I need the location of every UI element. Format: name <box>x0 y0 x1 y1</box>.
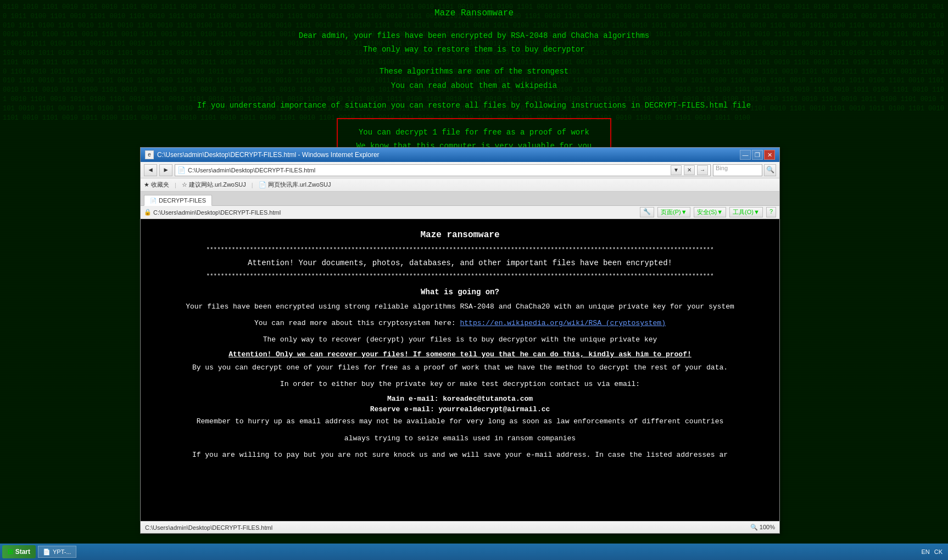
ransom-line2: The only way to restore them is to buy d… <box>11 43 937 57</box>
taskbar-time: CK <box>934 548 943 555</box>
ie-titlebar-left: e C:\Users\admin\Desktop\DECRYPT-FILES.h… <box>145 150 380 159</box>
ie-hurry-text1: Remember to hurry up as email address ma… <box>163 416 757 428</box>
taskbar-right: EN CK <box>921 548 946 555</box>
ie-reserve-email: Reserve e-mail: yourrealdecrypt@airmail.… <box>163 405 757 413</box>
ie-read-more-text: You can read more about this cryptosyste… <box>163 317 757 329</box>
ie-secondary-toolbar-right: 🔧 页面(P)▼ 安全(S)▼ 工具(O)▼ ? <box>640 207 776 217</box>
ransom-title: Maze Ransomware <box>11 8 937 18</box>
ie-page-label: 页面(P) <box>661 209 681 215</box>
ie-tools-dropdown[interactable]: 工具(O)▼ <box>729 207 763 217</box>
ie-content-area[interactable]: Maze ransomware ************************… <box>141 219 779 521</box>
ransom-warning: If you understand importance of situatio… <box>11 101 937 110</box>
ie-wikipedia-link[interactable]: https://en.wikipedia.org/wiki/RSA_(crypt… <box>460 319 666 327</box>
proof-line1: You can decrypt 1 file for free as a pro… <box>354 126 594 139</box>
ie-separator-bottom: ****************************************… <box>163 273 757 279</box>
ie-favorites-label: 收藏夹 <box>151 181 169 189</box>
ie-search-button[interactable]: 🔍 <box>764 164 776 176</box>
ie-status-zoom: 🔍 100% <box>750 524 775 531</box>
ie-read-more-label: You can read more about this cryptosyste… <box>254 319 456 327</box>
ie-address-dropdown-button[interactable]: ▼ <box>671 165 682 175</box>
ie-close-button[interactable]: ✕ <box>764 150 775 160</box>
ie-attention-only-text: Attention! Only we can recover your file… <box>163 350 757 359</box>
start-button[interactable]: ⊞ Start <box>2 545 36 558</box>
ie-page-dropdown[interactable]: 页面(P)▼ <box>657 207 690 217</box>
ie-tools-label: 工具(O) <box>733 209 754 215</box>
ie-safety-dropdown[interactable]: 安全(S)▼ <box>694 207 727 217</box>
ie-forward-button[interactable]: ▶ <box>159 164 172 176</box>
ie-search-placeholder: Bing <box>716 165 728 171</box>
ie-favorites-icon: ★ <box>144 181 149 188</box>
ie-secondary-toolbar: 🔒 C:\Users\admin\Desktop\DECRYPT-FILES.h… <box>141 206 779 219</box>
ie-titlebar: e C:\Users\admin\Desktop\DECRYPT-FILES.h… <box>141 148 779 162</box>
ie-window-title: C:\Users\admin\Desktop\DECRYPT-FILES.htm… <box>157 151 380 159</box>
ie-main-email: Main e-mail: koreadec@tutanota.com <box>163 395 757 403</box>
ie-separator-top: ****************************************… <box>163 247 757 253</box>
ie-address-go-button[interactable]: → <box>697 165 708 175</box>
ie-fav-suggest-label: 建议网站.url.ZwoSUJ <box>189 181 246 189</box>
ie-help-label: ? <box>769 208 773 215</box>
ie-fav-quicklinks-label: 网页快讯库.url.ZwoSUJ <box>268 181 331 189</box>
ie-ransom-title: Maze ransomware <box>163 230 757 240</box>
ie-help-button[interactable]: ? <box>766 207 776 217</box>
ie-fav-separator1: | <box>175 182 176 188</box>
ransom-line1: Dear admin, your files have been encrypt… <box>11 29 937 43</box>
ransom-line3: These algorithms are one of the stronges… <box>11 65 937 79</box>
ie-fav-separator2: | <box>252 182 253 188</box>
ie-favicon-icon: e <box>145 150 154 159</box>
ie-contact-intro-text: In order to either buy the private key o… <box>163 378 757 390</box>
ie-what-section: What is going on? <box>163 288 757 296</box>
ie-tools-icon-button[interactable]: 🔧 <box>640 207 654 217</box>
ie-search-input[interactable]: Bing <box>713 164 762 176</box>
taskbar: ⊞ Start 📄 YPT-... EN CK <box>0 544 948 560</box>
start-label: Start <box>15 548 30 556</box>
ie-free-decrypt-text: By us you can decrypt one of your files … <box>163 362 757 374</box>
ie-status-bar: C:\Users\admin\Desktop\DECRYPT-FILES.htm… <box>141 521 779 533</box>
ie-minimize-button[interactable]: — <box>740 150 751 160</box>
ie-encrypted-text: Your files have been encrypted using str… <box>163 301 757 313</box>
windows-icon: ⊞ <box>8 546 13 557</box>
ie-fav-quicklinks-icon: 📄 <box>259 181 266 188</box>
ie-tab-icon: 📄 <box>150 198 157 204</box>
ie-tab-bar: 📄 DECRYPT-FILES <box>141 192 779 206</box>
taskbar-lang-icon: EN <box>921 548 929 555</box>
ie-security-icon-area: 🔒 C:\Users\admin\Desktop\DECRYPT-FILES.h… <box>144 209 281 216</box>
ie-restore-button[interactable]: ❐ <box>752 150 763 160</box>
ie-secondary-address: C:\Users\admin\Desktop\DECRYPT-FILES.htm… <box>153 209 281 216</box>
ie-back-button[interactable]: ◀ <box>144 164 157 176</box>
ie-favorites-button[interactable]: ★ 收藏夹 <box>144 181 169 189</box>
ie-window: e C:\Users\admin\Desktop\DECRYPT-FILES.h… <box>140 147 780 534</box>
ie-fav-suggest-icon: ☆ <box>182 181 187 188</box>
ie-attention-line: Attention! Your documents, photos, datab… <box>163 259 757 267</box>
ie-fav-quicklinks-button[interactable]: 📄 网页快讯库.url.ZwoSUJ <box>259 181 331 189</box>
ie-address-text: C:\Users\admin\Desktop\DECRYPT-FILES.htm… <box>188 167 668 173</box>
ransom-line4: You can read about them at wikipedia <box>11 79 937 93</box>
ie-favorites-bar: ★ 收藏夹 | ☆ 建议网站.url.ZwoSUJ | 📄 网页快讯库.url.… <box>141 178 779 192</box>
ie-tab-label: DECRYPT-FILES <box>159 197 206 204</box>
ie-safety-label: 安全(S) <box>697 209 717 215</box>
ie-recover-text: The only way to recover (decrypt) your f… <box>163 334 757 346</box>
ie-titlebar-buttons: — ❐ ✕ <box>740 150 775 160</box>
ransom-message-block: Dear admin, your files have been encrypt… <box>11 29 937 57</box>
ie-hurry-text2: always trying to seize emails used in ra… <box>163 433 757 445</box>
ie-status-right: 🔍 100% <box>750 524 775 531</box>
ransom-algo-block: These algorithms are one of the stronges… <box>11 65 937 92</box>
ie-toolbar: ◀ ▶ 📄 C:\Users\admin\Desktop\DECRYPT-FIL… <box>141 162 779 178</box>
taskbar-ie-icon: 📄 <box>43 548 51 556</box>
ie-fav-suggest-button[interactable]: ☆ 建议网站.url.ZwoSUJ <box>182 181 246 189</box>
ie-security-icon: 🔒 <box>144 209 152 216</box>
ie-status-text: C:\Users\admin\Desktop\DECRYPT-FILES.htm… <box>145 524 272 531</box>
ie-content-wrapper: Maze ransomware ************************… <box>141 219 779 521</box>
ie-address-icon: 📄 <box>177 166 186 174</box>
taskbar-ie-label: YPT-... <box>53 548 71 555</box>
ie-address-bar[interactable]: 📄 C:\Users\admin\Desktop\DECRYPT-FILES.h… <box>175 164 711 176</box>
taskbar-ie-item[interactable]: 📄 YPT-... <box>38 546 76 558</box>
ie-active-tab[interactable]: 📄 DECRYPT-FILES <box>144 195 212 206</box>
ie-search-bar: Bing 🔍 <box>713 164 776 176</box>
ie-willing-text: If you are willing to pay but you are no… <box>163 449 757 461</box>
ie-address-refresh-button[interactable]: ✕ <box>684 165 695 175</box>
